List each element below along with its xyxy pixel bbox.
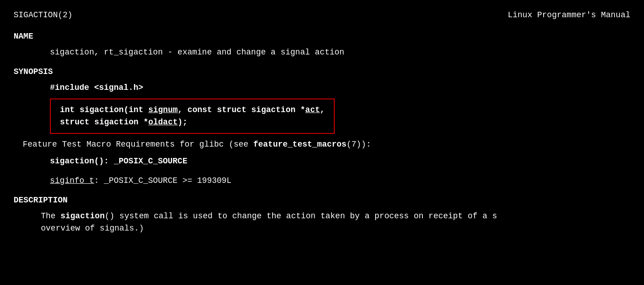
func-prefix: int sigaction(int [60, 105, 148, 114]
func-comma: , [320, 105, 325, 114]
act-param: act [305, 105, 320, 114]
synopsis-section-title: SYNOPSIS [14, 66, 630, 78]
oldact-param: oldact [148, 118, 178, 127]
func-indent: struct sigaction * [60, 118, 148, 127]
feature-bold: feature_test_macros [253, 140, 347, 149]
signum-param: signum [148, 105, 178, 114]
description-line1: The sigaction() system call is used to c… [14, 210, 630, 222]
siginfo-posix-line: siginfo_t: _POSIX_C_SOURCE >= 199309L [14, 175, 630, 187]
name-section-title: NAME [14, 30, 630, 43]
siginfo-label: siginfo_t [50, 176, 94, 185]
manual-title-left: SIGACTION(2) [14, 9, 73, 21]
description-section-title: DESCRIPTION [14, 194, 630, 206]
desc-line2: overview of signals.) [41, 224, 144, 233]
description-line2: overview of signals.) [14, 222, 630, 235]
feature-label: Feature Test Macro Requirements for glib… [23, 140, 253, 149]
include-line: #include <signal.h> [14, 82, 630, 94]
name-section: NAME sigaction, rt_sigaction - examine a… [14, 30, 630, 59]
name-content: sigaction, rt_sigaction - examine and ch… [14, 46, 630, 59]
sigaction-func-suffix: (): _POSIX_C_SOURCE [94, 157, 187, 166]
function-line1: int sigaction(int signum, const struct s… [60, 104, 325, 116]
sigaction-func-label: sigaction [50, 157, 94, 166]
feature-end: (7)): [347, 140, 371, 149]
func-end: ); [178, 118, 188, 127]
manual-title-right: Linux Programmer's Manual [508, 9, 630, 21]
func-mid: , const struct sigaction * [178, 105, 305, 114]
function-signature-box: int sigaction(int signum, const struct s… [50, 98, 335, 134]
feature-test-line: Feature Test Macro Requirements for glib… [14, 138, 630, 151]
desc-sigaction-bold: sigaction [60, 211, 104, 221]
siginfo-suffix: : _POSIX_C_SOURCE >= 199309L [94, 176, 231, 185]
desc-line1-end: () system call is used to change the act… [104, 211, 497, 221]
synopsis-section: SYNOPSIS #include <signal.h> int sigacti… [14, 66, 630, 187]
desc-line1-start: The [41, 211, 60, 221]
sigaction-posix-line: sigaction(): _POSIX_C_SOURCE [14, 155, 630, 167]
function-line2: struct sigaction *oldact); [60, 116, 325, 128]
description-section: DESCRIPTION The sigaction() system call … [14, 194, 630, 235]
manual-header: SIGACTION(2) Linux Programmer's Manual [14, 9, 630, 21]
